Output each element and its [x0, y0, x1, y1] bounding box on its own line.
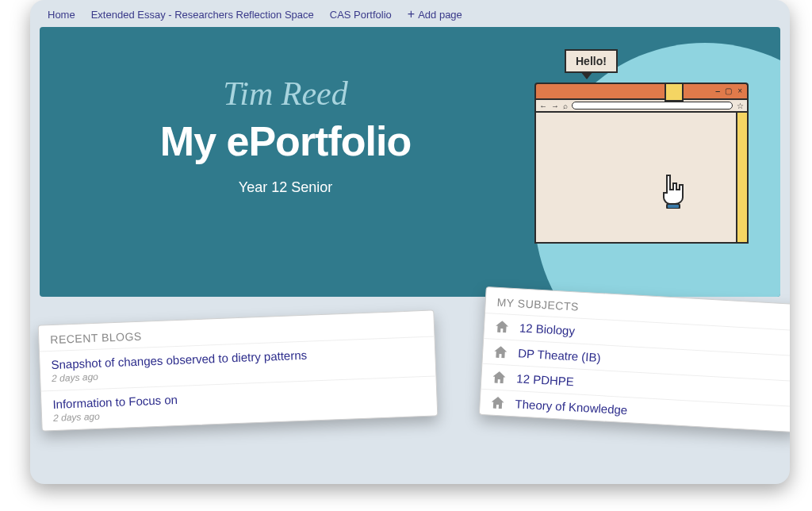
subject-name: Theory of Knowledge — [515, 397, 627, 417]
window-controls-icon: ‒ ▢ × — [715, 86, 744, 95]
subject-name: 12 PDHPE — [516, 371, 574, 388]
my-subjects-card: MY SUBJECTS 12 Biology DP Theatre (IB) 1… — [479, 286, 790, 432]
student-name: Tim Reed — [79, 75, 492, 113]
nav-add-page[interactable]: + Add page — [400, 5, 470, 24]
illus-scrollbar — [736, 113, 747, 242]
back-arrow-icon: ← — [539, 102, 547, 110]
nav-cas-portfolio[interactable]: CAS Portfolio — [322, 6, 400, 24]
house-icon — [492, 371, 506, 384]
year-level: Year 12 Senior — [79, 179, 492, 196]
illus-browser-body — [534, 113, 749, 244]
speech-bubble: Hello! — [565, 49, 618, 73]
hero-banner: Tim Reed My ePortfolio Year 12 Senior He… — [40, 27, 780, 297]
svg-rect-0 — [667, 204, 680, 209]
house-icon — [494, 346, 508, 359]
search-icon: ⌕ — [563, 102, 568, 110]
subject-name: DP Theatre (IB) — [518, 346, 601, 364]
nav-add-label: Add page — [418, 9, 462, 21]
nav-home[interactable]: Home — [40, 6, 83, 24]
hero-text-block: Tim Reed My ePortfolio Year 12 Senior — [79, 75, 492, 196]
house-icon — [491, 397, 504, 409]
top-nav: Home Extended Essay - Researchers Reflec… — [30, 0, 790, 27]
plus-icon: + — [408, 8, 415, 21]
illus-address-bar: ← → ⌕ ☆ — [534, 98, 749, 113]
house-icon — [496, 321, 509, 333]
app-window: Home Extended Essay - Researchers Reflec… — [30, 0, 790, 484]
forward-arrow-icon: → — [551, 102, 559, 110]
subject-name: 12 Biology — [519, 321, 576, 337]
portfolio-title: My ePortfolio — [79, 117, 492, 165]
illus-url-field — [572, 102, 733, 110]
browser-illustration: Hello! ‒ ▢ × ← → ⌕ ☆ — [534, 83, 749, 244]
star-icon: ☆ — [737, 102, 744, 110]
recent-blogs-card: RECENT BLOGS Snapshot of changes observe… — [38, 309, 439, 431]
illus-tab-strip: ‒ ▢ × — [534, 83, 749, 98]
hand-pointer-icon — [659, 172, 689, 209]
nav-extended-essay[interactable]: Extended Essay - Researchers Reflection … — [83, 6, 322, 24]
